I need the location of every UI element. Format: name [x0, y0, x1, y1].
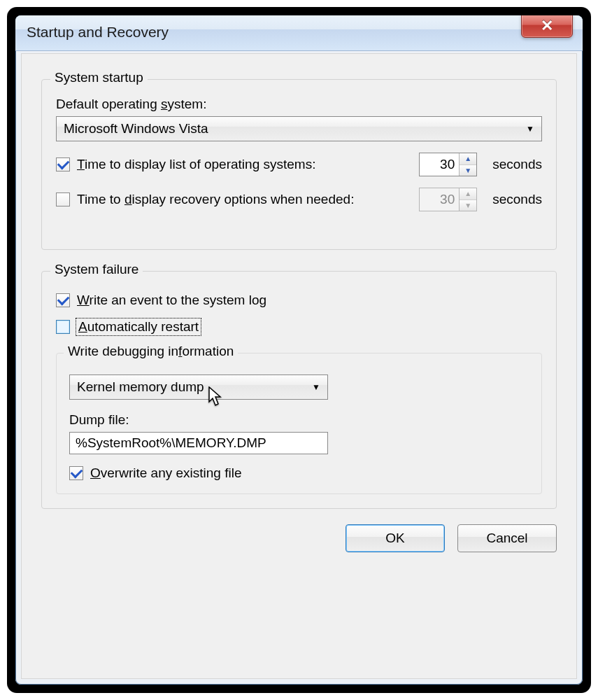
time-recovery-unit: seconds	[492, 192, 542, 207]
system-startup-group: System startup Default operating system:…	[41, 79, 557, 250]
chevron-down-icon: ▼	[526, 124, 534, 134]
write-debugging-legend: Write debugging information	[64, 344, 238, 359]
dialog-title: Startup and Recovery	[15, 15, 583, 49]
chevron-down-icon: ▼	[312, 382, 320, 392]
overwrite-label[interactable]: Overwrite any existing file	[90, 465, 241, 481]
time-list-unit: seconds	[492, 157, 542, 172]
close-icon: ✕	[541, 17, 553, 35]
time-recovery-row: Time to display recovery options when ne…	[56, 188, 542, 211]
spinner-buttons-disabled: ▲ ▼	[459, 188, 476, 211]
dialog-button-row: OK Cancel	[41, 524, 557, 552]
dump-file-input[interactable]	[69, 432, 328, 454]
system-failure-group: System failure Write an event to the sys…	[41, 271, 557, 509]
spin-up-icon[interactable]: ▲	[460, 153, 476, 165]
system-failure-legend: System failure	[50, 262, 143, 277]
ok-button[interactable]: OK	[346, 524, 445, 552]
write-event-label[interactable]: Write an event to the system log	[77, 293, 266, 308]
overwrite-row: Overwrite any existing file	[69, 465, 529, 481]
write-debugging-group: Write debugging information Kernel memor…	[56, 353, 542, 494]
default-os-label: Default operating system:	[56, 97, 542, 112]
time-list-spinner[interactable]: ▲ ▼	[419, 153, 477, 176]
overwrite-checkbox[interactable]	[69, 466, 83, 480]
write-event-row: Write an event to the system log	[56, 293, 542, 308]
default-os-dropdown[interactable]: Microsoft Windows Vista ▼	[56, 116, 542, 141]
time-list-value[interactable]	[420, 153, 459, 176]
auto-restart-checkbox[interactable]	[56, 320, 70, 334]
system-startup-legend: System startup	[50, 70, 148, 85]
write-event-checkbox[interactable]	[56, 293, 70, 307]
startup-recovery-dialog: Startup and Recovery ✕ System startup De…	[15, 15, 583, 685]
spinner-buttons[interactable]: ▲ ▼	[459, 153, 476, 176]
time-recovery-value	[420, 188, 459, 211]
spin-down-icon: ▼	[460, 200, 476, 211]
time-list-row: Time to display list of operating system…	[56, 153, 542, 176]
time-list-label[interactable]: Time to display list of operating system…	[77, 157, 315, 172]
time-recovery-label[interactable]: Time to display recovery options when ne…	[77, 192, 354, 207]
dump-type-dropdown[interactable]: Kernel memory dump ▼	[69, 374, 328, 400]
time-list-checkbox[interactable]	[56, 158, 70, 172]
close-button[interactable]: ✕	[521, 15, 573, 38]
auto-restart-row: Automatically restart	[56, 319, 542, 335]
auto-restart-label[interactable]: Automatically restart	[77, 319, 200, 335]
dump-file-label: Dump file:	[69, 412, 129, 428]
default-os-value: Microsoft Windows Vista	[64, 121, 208, 136]
cancel-button[interactable]: Cancel	[457, 524, 557, 552]
time-recovery-checkbox[interactable]	[56, 192, 70, 206]
dump-type-value: Kernel memory dump	[77, 379, 204, 395]
dialog-client-area: System startup Default operating system:…	[21, 53, 577, 679]
spin-up-icon: ▲	[460, 188, 476, 200]
spin-down-icon[interactable]: ▼	[460, 165, 476, 176]
time-recovery-spinner: ▲ ▼	[419, 188, 477, 211]
titlebar[interactable]: Startup and Recovery ✕	[15, 15, 583, 51]
